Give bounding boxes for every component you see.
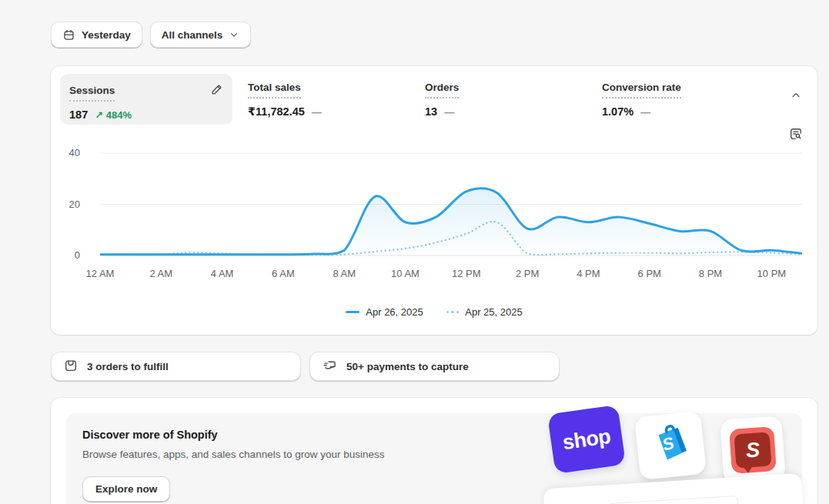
channels-label: All channels bbox=[162, 29, 223, 41]
legend-label: Apr 26, 2025 bbox=[366, 306, 423, 318]
shop-app-logo: shop bbox=[547, 405, 626, 474]
x-tick-8-pm: 8 PM bbox=[699, 268, 722, 279]
orders-icon bbox=[64, 359, 78, 375]
discover-shopify-card: Discover more of Shopify Browse features… bbox=[51, 398, 817, 504]
x-tick-2-am: 2 AM bbox=[149, 268, 172, 279]
shopify-inbox-logo-tile: S bbox=[720, 416, 786, 484]
discover-title: Discover more of Shopify bbox=[82, 429, 218, 441]
y-tick-0: 0 bbox=[75, 249, 80, 261]
toolbar: Yesterday All channels bbox=[51, 22, 251, 48]
svg-text:S: S bbox=[660, 433, 676, 455]
calendar-icon bbox=[62, 28, 75, 42]
legend-label: Apr 25, 2025 bbox=[465, 306, 522, 318]
chart-legend: Apr 26, 2025Apr 25, 2025 bbox=[51, 306, 817, 318]
dotted-line-marker bbox=[446, 311, 460, 314]
series-area-fill bbox=[100, 189, 802, 255]
orders-to-fulfill-label: 3 orders to fulfill bbox=[87, 361, 169, 372]
payments-to-capture-button[interactable]: 50+ payments to capture bbox=[309, 352, 560, 381]
orders-to-fulfill-button[interactable]: 3 orders to fulfill bbox=[51, 352, 301, 381]
shop-wordmark: shop bbox=[561, 424, 612, 454]
discover-subtitle: Browse features, apps, and sales channel… bbox=[82, 449, 384, 460]
explore-now-button[interactable]: Explore now bbox=[82, 476, 170, 502]
analytics-page: Yesterday All channels Sessions 187 ↗ 48… bbox=[0, 0, 829, 504]
x-tick-2-pm: 2 PM bbox=[516, 268, 539, 279]
x-tick-8-am: 8 AM bbox=[333, 268, 356, 279]
x-tick-12-am: 12 AM bbox=[86, 268, 115, 279]
x-tick-6-pm: 6 PM bbox=[638, 268, 661, 279]
shopify-inbox-icon: S bbox=[729, 426, 777, 474]
x-tick-6-am: 6 AM bbox=[272, 268, 295, 279]
payments-icon bbox=[323, 358, 337, 375]
y-tick-20: 20 bbox=[69, 199, 80, 210]
shopify-bag-logo-tile: S bbox=[634, 411, 707, 481]
shortcuts-row: 3 orders to fulfill 50+ payments to capt… bbox=[51, 352, 560, 381]
date-range-label: Yesterday bbox=[82, 29, 131, 41]
inbox-s-letter: S bbox=[745, 438, 760, 462]
date-range-button[interactable]: Yesterday bbox=[51, 22, 142, 48]
x-tick-12-pm: 12 PM bbox=[452, 268, 481, 279]
x-tick-10-pm: 10 PM bbox=[757, 268, 787, 279]
payments-to-capture-label: 50+ payments to capture bbox=[346, 361, 469, 372]
x-tick-4-am: 4 AM bbox=[211, 268, 234, 279]
legend-item-dotted[interactable]: Apr 25, 2025 bbox=[446, 306, 523, 318]
x-tick-10-am: 10 AM bbox=[391, 268, 420, 279]
discover-banner: Discover more of Shopify Browse features… bbox=[66, 413, 802, 504]
line-chart-svg bbox=[100, 148, 802, 263]
payment-methods-card: VISA bbox=[543, 473, 806, 504]
sessions-chart[interactable]: 02040 12 AM2 AM4 AM6 AM8 AM10 AM12 PM2 P… bbox=[51, 66, 817, 335]
chevron-down-icon bbox=[229, 29, 239, 40]
chart-plot-area[interactable] bbox=[100, 148, 802, 263]
legend-item-solid[interactable]: Apr 26, 2025 bbox=[346, 306, 423, 318]
overview-metrics-card: Sessions 187 ↗ 484% Total sales ₹11,782.… bbox=[51, 66, 817, 335]
payment-field bbox=[607, 496, 740, 504]
x-tick-4-pm: 4 PM bbox=[577, 268, 600, 279]
solid-line-marker bbox=[346, 311, 359, 314]
y-tick-40: 40 bbox=[69, 147, 80, 159]
shopify-bag-icon: S bbox=[647, 419, 694, 472]
chart-x-axis: 12 AM2 AM4 AM6 AM8 AM10 AM12 PM2 PM4 PM6… bbox=[100, 268, 802, 280]
channels-button[interactable]: All channels bbox=[150, 22, 252, 48]
